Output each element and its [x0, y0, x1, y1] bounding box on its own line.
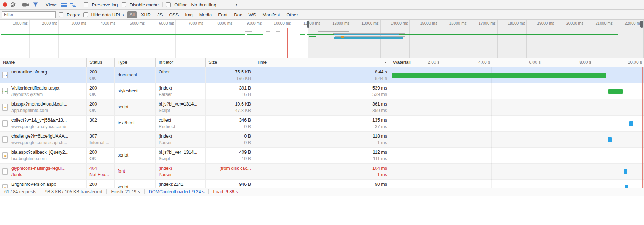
overview-selection-curtain[interactable] — [308, 20, 644, 58]
filter-button[interactable] — [33, 2, 38, 7]
column-header-status[interactable]: Status — [87, 58, 115, 67]
status-code: 302 — [89, 118, 112, 123]
initiator-link[interactable]: bi.js?bi_ver=1314... — [159, 150, 202, 155]
filter-pill-other[interactable]: Other — [284, 11, 301, 18]
name-cell[interactable]: JSBrightInfoVersion.aspx — [0, 180, 87, 188]
status-code: 404 — [89, 166, 112, 171]
initiator-link[interactable]: (index) — [159, 86, 202, 91]
filter-pill-all[interactable]: All — [127, 11, 137, 18]
initiator-link[interactable]: (index):2141 — [159, 182, 202, 187]
funnel-icon — [33, 2, 38, 7]
name-cell[interactable]: <>neuronline.sfn.org — [0, 67, 87, 83]
request-type: document — [118, 72, 153, 77]
list-view-icon — [61, 2, 67, 7]
type-cell — [115, 132, 156, 147]
clear-button[interactable] — [11, 2, 15, 7]
filter-pill-xhr[interactable]: XHR — [139, 11, 153, 18]
disable-cache-checkbox[interactable] — [122, 2, 126, 7]
column-header-name[interactable]: Name — [0, 58, 87, 67]
overview-gridline — [205, 20, 205, 58]
status-text: OK — [89, 156, 112, 161]
filter-pill-doc[interactable]: Doc — [231, 11, 244, 18]
request-row[interactable]: JSbia.aspx?callback=jQuery2...bia.bright… — [0, 148, 644, 164]
time-total: 8.44 s — [257, 70, 387, 75]
overview-activity-bar — [300, 34, 305, 35]
preserve-log-label[interactable]: Preserve log — [92, 2, 118, 7]
offline-checkbox[interactable] — [166, 2, 171, 7]
initiator-link[interactable]: bi.js?bi_ver=1314... — [159, 102, 202, 107]
request-row[interactable]: glyphicons-halflings-regul.../fonts404No… — [0, 164, 644, 180]
name-cell[interactable]: JSbi.aspx?method=load&call...app.brighti… — [0, 99, 87, 115]
screenshots-button[interactable] — [22, 2, 29, 7]
overview-right-handle[interactable] — [640, 21, 643, 28]
disable-cache-label[interactable]: Disable cache — [130, 2, 159, 7]
name-cell[interactable]: JSbia.aspx?callback=jQuery2...bia.bright… — [0, 148, 87, 163]
initiator-kind: Redirect — [159, 124, 202, 129]
initiator-cell: (index)Parser — [156, 83, 206, 99]
network-overview[interactable]: 1000 ms2000 ms3000 ms4000 ms5000 ms6000 … — [0, 20, 644, 58]
network-filter-bar: Regex Hide data URLs AllXHRJSCSSImgMedia… — [0, 10, 644, 20]
filter-pill-css[interactable]: CSS — [166, 11, 181, 18]
filter-pill-js[interactable]: JS — [155, 11, 165, 18]
request-path: www.google.com/recaptch... — [11, 140, 83, 145]
waterfall-bar — [624, 169, 627, 174]
overview-left-handle[interactable] — [307, 21, 309, 28]
chevron-down-icon[interactable]: ▼ — [235, 3, 238, 6]
preserve-log-checkbox[interactable] — [84, 2, 88, 7]
regex-label[interactable]: Regex — [67, 12, 80, 17]
request-type: script — [118, 153, 153, 158]
size-cell: 391 B16 B — [206, 83, 254, 99]
request-path: bia.brightinfo.com — [11, 156, 83, 161]
initiator-cell: (index):2141Script — [156, 180, 206, 188]
column-header-initiator[interactable]: Initiator — [156, 58, 206, 67]
record-button[interactable] — [3, 2, 7, 7]
request-row[interactable]: challenge?k=6Lce4gUAAA...www.google.com/… — [0, 132, 644, 148]
filter-pill-ws[interactable]: WS — [246, 11, 258, 18]
filter-pill-font[interactable]: Font — [216, 11, 230, 18]
filter-pill-img[interactable]: Img — [182, 11, 195, 18]
column-header-size[interactable]: Size — [206, 58, 254, 67]
large-rows-toggle[interactable] — [61, 2, 67, 7]
overview-toggle[interactable] — [70, 2, 76, 7]
overview-tick-label: 8000 ms — [207, 21, 232, 25]
overview-dcl-line — [269, 28, 269, 58]
request-row[interactable]: JSbi.aspx?method=load&call...app.brighti… — [0, 99, 644, 116]
column-header-time[interactable]: Time▼ — [254, 58, 390, 67]
column-header-waterfall[interactable]: Waterfall2.00 s4.00 s6.00 s8.00 s10.00 s — [390, 58, 644, 67]
overview-gridline — [263, 20, 263, 58]
initiator-link[interactable]: (index) — [159, 166, 202, 171]
column-header-label: Waterfall — [393, 60, 411, 65]
filter-input[interactable] — [2, 11, 56, 18]
hide-data-urls-checkbox[interactable] — [83, 12, 88, 17]
divider — [162, 2, 163, 7]
column-header-type[interactable]: Type — [115, 58, 156, 67]
throttling-select[interactable]: No throttling — [191, 2, 216, 7]
waterfall-bar — [608, 89, 623, 94]
status-text: OK — [89, 92, 112, 97]
name-cell[interactable]: CSSVisitorIdentification.aspx/layouts/Sy… — [0, 83, 87, 99]
waterfall-bar — [392, 73, 606, 78]
offline-label[interactable]: Offline — [174, 2, 187, 7]
size-cell: 0 B0 B — [206, 132, 254, 147]
name-cell[interactable]: glyphicons-halflings-regul.../fonts — [0, 164, 87, 179]
request-row[interactable]: JSBrightInfoVersion.aspx200OKscript(inde… — [0, 180, 644, 188]
request-row[interactable]: collect?v=1&_v=j56&a=13...www.google-ana… — [0, 116, 644, 132]
divider — [19, 2, 19, 7]
finish-time: Finish: 21.19 s — [107, 189, 144, 194]
time-total: 539 ms — [257, 86, 387, 91]
hide-data-urls-label[interactable]: Hide data URLs — [91, 12, 124, 17]
overview-activity-bar — [247, 34, 263, 35]
overview-gridline — [293, 20, 293, 58]
filter-pill-manifest[interactable]: Manifest — [260, 11, 282, 18]
waterfall-tick-label: 10.00 s — [620, 60, 642, 65]
regex-checkbox[interactable] — [59, 12, 63, 17]
request-row[interactable]: CSSVisitorIdentification.aspx/layouts/Sy… — [0, 83, 644, 99]
initiator-link[interactable]: collect — [159, 118, 202, 123]
filter-pill-media[interactable]: Media — [197, 11, 214, 18]
request-path: /layouts/System — [11, 92, 83, 97]
name-cell[interactable]: collect?v=1&_v=j56&a=13...www.google-ana… — [0, 116, 87, 131]
name-cell[interactable]: challenge?k=6Lce4gUAAA...www.google.com/… — [0, 132, 87, 147]
request-row[interactable]: <>neuronline.sfn.org200OKdocumentOther75… — [0, 67, 644, 83]
initiator-link[interactable]: (index) — [159, 134, 202, 139]
overview-tick-label: 1000 ms — [3, 21, 28, 25]
